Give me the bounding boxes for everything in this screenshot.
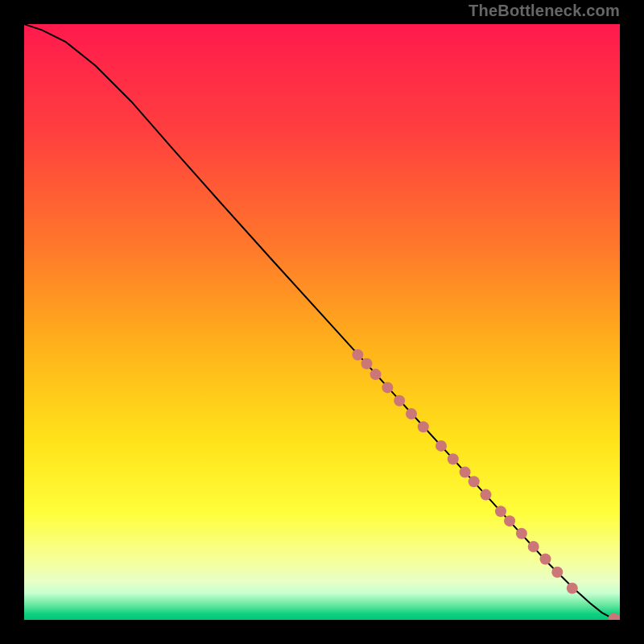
data-marker [528, 541, 539, 552]
chart-plot [24, 24, 620, 620]
data-marker [361, 358, 373, 369]
data-marker [382, 382, 393, 393]
data-marker [504, 515, 515, 526]
data-marker [370, 369, 382, 380]
data-marker [481, 489, 492, 501]
data-marker [469, 476, 480, 487]
data-marker [352, 349, 363, 361]
data-marker [567, 583, 578, 594]
data-marker [495, 506, 506, 517]
data-marker [406, 408, 417, 419]
chart-svg [24, 24, 620, 620]
data-marker [394, 395, 405, 407]
data-marker [418, 421, 429, 432]
data-marker [448, 453, 459, 464]
data-marker [460, 466, 471, 477]
attribution-text: TheBottleneck.com [469, 2, 620, 20]
data-marker [551, 567, 563, 578]
data-marker [516, 528, 527, 539]
chart-background [24, 24, 620, 620]
data-marker [540, 554, 551, 565]
stage: TheBottleneck.com [0, 0, 644, 644]
data-marker [436, 440, 447, 452]
